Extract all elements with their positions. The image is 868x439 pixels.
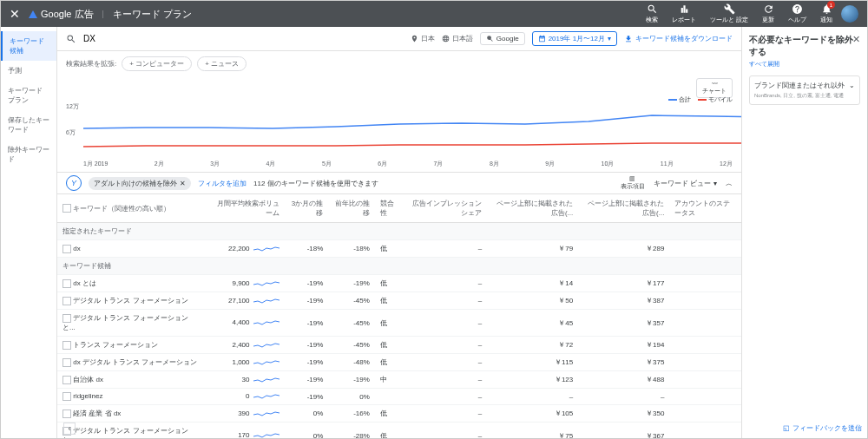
reports-icon[interactable]: レポート <box>672 3 696 24</box>
expand-chip-news[interactable]: + ニュース <box>197 56 247 71</box>
table: キーワード（関連性の高い順） 月間平均検索ボリューム 3か月の推移 前年比の推移… <box>57 194 741 438</box>
panel-title: 不必要なキーワードを除外する <box>749 34 860 58</box>
page-title: キーワード プラン <box>113 8 192 21</box>
table-row[interactable]: デジタル トランス フォーメーション27,100-19%-45%低–￥50￥38… <box>57 292 741 310</box>
search-bar: 日本 日本語 Google 2019年 1月〜12月▾ キーワード候補をダウンロ… <box>57 27 741 51</box>
network-pill[interactable]: Google <box>480 32 525 45</box>
sidebar-item-saved[interactable]: 保存したキーワード <box>1 110 56 140</box>
help-icon[interactable]: ヘルプ <box>788 3 806 24</box>
table-row[interactable]: デジタル トランス フォーメーション と...4,400-19%-45%低–￥4… <box>57 310 741 337</box>
search-icon[interactable]: 検索 <box>646 3 658 24</box>
refine-button[interactable]: Y <box>66 175 82 191</box>
chevron-down-icon: ⌄ <box>849 82 855 89</box>
sidebar-item-plan[interactable]: キーワード プラン <box>1 81 56 110</box>
collapse-icon[interactable]: ︿ <box>726 179 733 188</box>
feedback-link[interactable]: ◱フィードバックを送信 <box>783 423 862 433</box>
expand-row: 検索結果を拡張: + コンピューター + ニュース <box>57 51 741 76</box>
sidebar: キーワード候補 予測 キーワード プラン 保存したキーワード 除外キーワード <box>1 27 57 438</box>
notifications-icon[interactable]: 1通知 <box>820 3 832 24</box>
refresh-icon[interactable]: 更新 <box>762 3 774 24</box>
close-icon[interactable]: ✕ <box>10 7 20 21</box>
table-row[interactable]: 自治体 dx30-19%-19%中–￥123￥488 <box>57 371 741 389</box>
language-chip[interactable]: 日本語 <box>442 34 473 43</box>
table-row[interactable]: dx デジタル トランス フォーメーション1,000-19%-48%低–￥115… <box>57 354 741 371</box>
search-icon <box>66 34 76 44</box>
table-row[interactable]: dx22,200-18%-18%低–￥79￥289 <box>57 240 741 258</box>
x-axis: 1月 20192月3月4月5月6月7月8月9月10月11月12月 <box>83 160 733 168</box>
logo: Google 広告 <box>29 8 94 21</box>
expand-chip-computer[interactable]: + コンピューター <box>122 56 192 71</box>
result-count: 112 個のキーワード候補を使用できます <box>253 179 378 188</box>
download-link[interactable]: キーワード候補をダウンロード <box>624 34 733 43</box>
view-dropdown[interactable]: キーワード ビュー▾ <box>654 179 717 188</box>
refine-panel: ✕ 不必要なキーワードを除外する すべて展開 ブランド関連またはそれ以外⌄ No… <box>741 27 867 438</box>
header-icons: 検索 レポート ツールと 設定 更新 ヘルプ 1通知 <box>646 3 832 24</box>
brand-text: Google 広告 <box>41 8 94 21</box>
sidebar-item-negative[interactable]: 除外キーワード <box>1 140 56 169</box>
panel-close-icon[interactable]: ✕ <box>852 34 860 45</box>
daterange-pill[interactable]: 2019年 1月〜12月▾ <box>532 31 617 46</box>
tools-icon[interactable]: ツールと 設定 <box>710 3 748 24</box>
sidebar-item-forecast[interactable]: 予測 <box>1 61 56 81</box>
panel-expand-link[interactable]: すべて展開 <box>749 60 860 69</box>
panel-section-brands[interactable]: ブランド関連またはそれ以外⌄ NonBrands, 日立, 技の素, 富士通, … <box>749 75 860 105</box>
table-row[interactable]: ridgelinez0-19%0%––– <box>57 389 741 405</box>
prev-page-button[interactable]: ‹ <box>63 423 76 435</box>
avatar[interactable] <box>841 5 858 23</box>
chart-area: 〰チャート 合計 モバイル 12万6万 1月 20192月3月4月5月6月7月8… <box>57 76 741 172</box>
search-input[interactable] <box>83 34 257 43</box>
checkbox-all[interactable] <box>62 204 71 213</box>
table-row[interactable]: デジタル トランス フォーメーション な...1700%-28%低–￥75￥36… <box>57 423 741 439</box>
ads-logo-icon <box>29 10 37 18</box>
location-chip[interactable]: 日本 <box>411 34 435 43</box>
chart-svg <box>83 102 741 154</box>
add-filter-link[interactable]: フィルタを追加 <box>198 179 247 188</box>
sidebar-item-keywords[interactable]: キーワード候補 <box>1 31 56 61</box>
table-row[interactable]: トランス フォーメーション2,400-19%-45%低–￥72￥194 <box>57 337 741 354</box>
top-bar: ✕ Google 広告 | キーワード プラン 検索 レポート ツールと 設定 … <box>1 1 867 27</box>
table-row[interactable]: 経済 産業 省 dx3900%-16%低–￥105￥350 <box>57 405 741 423</box>
columns-button[interactable]: ▥表示項目 <box>621 175 645 191</box>
filter-row: Y アダルト向けの候補を除外✕ フィルタを追加 112 個のキーワード候補を使用… <box>57 172 741 194</box>
filter-chip-adult[interactable]: アダルト向けの候補を除外✕ <box>89 177 191 190</box>
table-row[interactable]: dx とは9,900-19%-19%低–￥14￥177 <box>57 275 741 292</box>
